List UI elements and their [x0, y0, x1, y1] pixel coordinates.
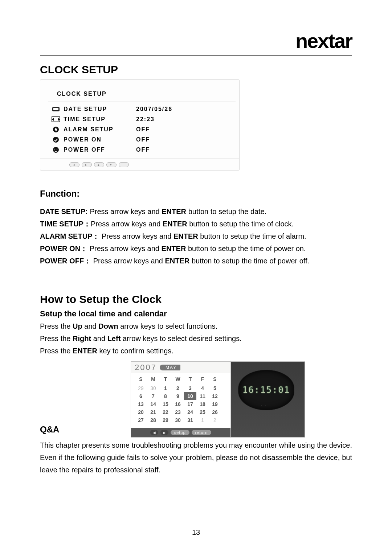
calendar-day: 22 — [159, 408, 172, 416]
footer-left-icon: ◂ — [69, 162, 79, 167]
calendar-dow: SMTWTFS — [135, 376, 227, 382]
calendar-day: 1 — [196, 416, 209, 424]
brand-logo: nextar — [295, 29, 352, 52]
function-line-date: DATE SETUP: Press arrow keys and ENTER b… — [40, 206, 352, 217]
setup-subtitle: Setup the local time and calendar — [40, 309, 352, 319]
calendar-day: 4 — [196, 384, 209, 392]
panel-row-power-on: POWER ON OFF — [48, 135, 236, 145]
calendar-year: 2007 — [135, 363, 157, 372]
section-title-howto: How to Setup the Clock — [40, 293, 352, 305]
panel-row-alarm: ALARM SETUP OFF — [48, 124, 236, 135]
panel-label: ALARM SETUP — [64, 126, 136, 133]
calendar-day: 2 — [209, 416, 221, 424]
calendar-day: 31 — [184, 416, 196, 424]
calendar-month: MAY — [160, 365, 180, 370]
calendar-day: 30 — [172, 416, 184, 424]
cal-right-icon: ▶ — [160, 430, 168, 435]
calendar-day: 5 — [209, 384, 221, 392]
calendar-day: 8 — [159, 392, 172, 400]
header-rule — [40, 55, 352, 56]
alarm-icon — [48, 126, 64, 133]
calendar-day: 28 — [147, 416, 159, 424]
svg-point-8 — [53, 147, 59, 153]
section-title-function: Function: — [40, 189, 352, 199]
qa-body-text: This chapter presents some troubleshooti… — [40, 439, 352, 476]
panel-title: CLOCK SETUP — [57, 91, 236, 97]
function-line-power-off: POWER OFF： Press arrow keys and ENTER bu… — [40, 255, 352, 266]
setup-line-2: Press the Right and Left arrow keys to s… — [40, 333, 352, 344]
panel-row-power-off: POWER OFF OFF — [48, 145, 236, 155]
panel-value: 2007/05/26 — [136, 106, 172, 112]
calendar-day: 10 — [184, 392, 196, 400]
calendar-day: 14 — [147, 400, 159, 408]
panel-value: OFF — [136, 147, 150, 153]
section-title-clock-setup: CLOCK SETUP — [40, 63, 352, 76]
function-line-alarm: ALARM SETUP： Press arrow keys and ENTER … — [40, 231, 352, 242]
power-on-icon — [48, 136, 64, 143]
footer-right-icon: ▸ — [82, 162, 92, 167]
footer-down-icon: ▾ — [106, 162, 117, 167]
svg-point-7 — [53, 137, 59, 143]
calendar-day: 12 — [209, 392, 221, 400]
footer-enter-icon: - — [119, 162, 129, 167]
calendar-day: 19 — [209, 400, 221, 408]
calendar-day: 3 — [184, 384, 196, 392]
clock-time: 16:15:01 — [242, 385, 290, 395]
calendar-day: 13 — [135, 400, 147, 408]
calendar-day: 15 — [159, 400, 172, 408]
panel-footer: ◂ ▸ ▴ ▾ - — [40, 159, 239, 170]
svg-point-9 — [54, 149, 55, 149]
calendar-day: 16 — [172, 400, 184, 408]
footer-up-icon: ▴ — [94, 162, 104, 167]
panel-row-date: DATE SETUP 2007/05/26 — [48, 104, 236, 114]
section-title-qa: Q&A — [40, 424, 73, 435]
cal-setup-button: setup — [171, 430, 189, 435]
calendar-day: 6 — [135, 392, 147, 400]
power-off-icon — [48, 146, 64, 153]
calendar-day: 23 — [172, 408, 184, 416]
page-number: 13 — [0, 528, 392, 537]
calendar-day: 17 — [184, 400, 196, 408]
cal-return-button: return — [192, 430, 212, 435]
calendar-day: 1 — [159, 384, 172, 392]
svg-point-10 — [57, 149, 57, 149]
calendar-day: 11 — [196, 392, 209, 400]
calendar-day: 27 — [135, 416, 147, 424]
calendar-day: 29 — [159, 416, 172, 424]
calendar-week: 20212223242526 — [135, 408, 227, 416]
calendar-day: 9 — [172, 392, 184, 400]
calendar-day: 26 — [209, 408, 221, 416]
function-line-time: TIME SETUP：Press arrow keys and ENTER bu… — [40, 218, 352, 229]
setup-line-3: Press the ENTER key to confirm settings. — [40, 345, 352, 356]
calendar-day: 25 — [196, 408, 209, 416]
setup-line-1: Press the Up and Down arrow keys to sele… — [40, 321, 352, 332]
calendar-week: 272829303112 — [135, 416, 227, 424]
calendar-day: 7 — [147, 392, 159, 400]
cal-left-icon: ◀ — [150, 430, 158, 435]
calendar-day: 24 — [184, 408, 196, 416]
calendar-day: 21 — [147, 408, 159, 416]
panel-value: OFF — [136, 136, 150, 143]
function-line-power-on: POWER ON： Press arrow keys and ENTER but… — [40, 243, 352, 254]
brand-row: nextar — [40, 29, 352, 53]
svg-rect-1 — [53, 108, 58, 110]
calendar-week: 6789101112 — [135, 392, 227, 400]
panel-value: 22:23 — [136, 116, 155, 123]
panel-label: POWER OFF — [64, 147, 136, 153]
clock-setup-panel: CLOCK SETUP DATE SETUP 2007/05/26 TIME S… — [40, 79, 240, 171]
date-icon — [48, 106, 64, 113]
calendar-week: 13141516171819 — [135, 400, 227, 408]
panel-label: TIME SETUP — [64, 116, 136, 123]
time-icon — [48, 116, 64, 123]
calendar-day: 30 — [147, 384, 159, 392]
page: nextar CLOCK SETUP CLOCK SETUP DATE SETU… — [0, 0, 392, 554]
calendar-clock-pane: 16:15:01 · · · — [231, 362, 305, 437]
calendar-day: 2 — [172, 384, 184, 392]
panel-label: DATE SETUP — [64, 106, 136, 112]
calendar-week: 293012345 — [135, 384, 227, 392]
calendar-footer: ◀ ▶ setup return — [131, 428, 230, 437]
panel-rows: DATE SETUP 2007/05/26 TIME SETUP 22:23 — [48, 102, 236, 155]
calendar-day: 29 — [135, 384, 147, 392]
calendar-weeks: 2930123456789101112131415161718192021222… — [135, 384, 227, 424]
calendar-figure: 2007 MAY SMTWTFS 29301234567891011121314… — [131, 361, 305, 438]
